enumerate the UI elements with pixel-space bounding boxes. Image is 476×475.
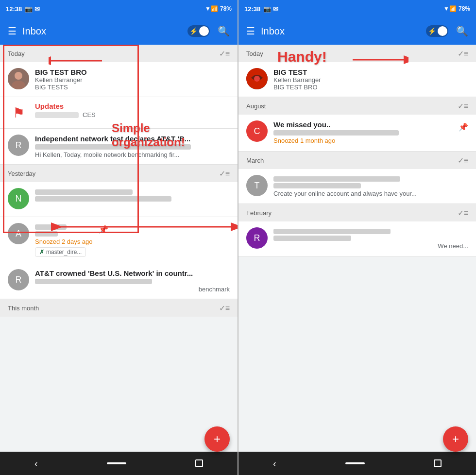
blur-march-2 — [273, 183, 361, 188]
home-button-left[interactable] — [107, 462, 126, 464]
search-icon-right[interactable]: 🔍 — [456, 25, 468, 37]
select-all-icon-march[interactable]: ✓≡ — [458, 156, 468, 165]
avatar-big-test-bro — [8, 68, 29, 89]
back-button-right[interactable]: ‹ — [273, 458, 276, 469]
signal-icon-right: ▼📶 — [443, 5, 457, 12]
arrow-handy — [350, 52, 408, 67]
section-february: February ✓≡ — [238, 204, 476, 221]
email-sender-y3: AT&T crowned 'Best U.S. Network' in coun… — [35, 269, 230, 277]
email-independent[interactable]: R Independent network test declares AT&T… — [0, 129, 238, 165]
select-all-icon-this-month[interactable]: ✓≡ — [219, 304, 230, 313]
bottom-spacer-right — [238, 256, 476, 286]
signal-icon-left: ▼📶 — [205, 5, 218, 12]
email-content-yesterday-3: AT&T crowned 'Best U.S. Network' in coun… — [35, 269, 230, 293]
time-right: 12:38 — [244, 5, 260, 13]
email-sub-big-test: Kellen Barranger — [273, 76, 468, 84]
email-yesterday-2[interactable]: A Snoozed 2 days ago ✗ master_dire... 📌 — [0, 217, 238, 263]
email-content-feb-1: We need... — [273, 227, 468, 250]
svg-point-1 — [15, 72, 22, 80]
section-label-august: August — [246, 102, 266, 110]
email-big-test[interactable]: BIG TEST Kellen Barranger BIG TEST BRO — [238, 62, 476, 97]
section-label-yesterday: Yesterday — [8, 170, 35, 177]
notification-icons-right: 📷 ✉ — [263, 5, 278, 13]
email-sender-big-test-bro: BIG TEST BRO — [35, 68, 230, 76]
snooze-missed: Snoozed 1 month ago — [273, 137, 453, 144]
toggle-knob-right — [438, 26, 447, 36]
email-feb-1[interactable]: R We need... — [238, 221, 476, 256]
email-big-test-bro[interactable]: BIG TEST BRO Kellen Barranger BIG TESTS — [0, 62, 238, 97]
avatar-we-missed: C — [246, 120, 268, 142]
section-this-month-left: This month ✓≡ — [0, 299, 238, 317]
email-we-missed[interactable]: C We missed you.. Snoozed 1 month ago 📌 — [238, 115, 476, 152]
attachment-chip-y2[interactable]: ✗ master_dire... — [35, 247, 86, 257]
back-button-left[interactable]: ‹ — [34, 458, 38, 469]
toggle-left[interactable]: ⚡ — [187, 25, 210, 37]
email-preview-independent: Hi Kellen, Today, mobile network benchma… — [35, 151, 230, 158]
recents-button-left[interactable] — [195, 459, 203, 467]
snooze-text-y2: Snoozed 2 days ago — [35, 238, 93, 245]
email-yesterday-3[interactable]: R AT&T crowned 'Best U.S. Network' in co… — [0, 263, 238, 299]
fab-left[interactable]: + — [204, 426, 230, 452]
blur-feb-2 — [273, 236, 351, 241]
email-march-1[interactable]: T Create your online account and always … — [238, 169, 476, 204]
blur-y1-1 — [35, 189, 133, 195]
toggle-right[interactable]: ⚡ — [426, 25, 448, 37]
updates-blur-1 — [35, 112, 79, 118]
status-bar-left: 12:38 📷 ✉ ▼📶 78% — [0, 0, 238, 17]
select-all-icon-today-right[interactable]: ✓≡ — [458, 49, 468, 58]
menu-icon-left[interactable]: ☰ — [8, 25, 17, 37]
section-label-march: March — [246, 157, 264, 164]
section-march: March ✓≡ — [238, 152, 476, 169]
updates-ces: CES — [83, 111, 96, 119]
app-title-left: Inbox — [22, 26, 182, 37]
updates-flag-icon: ⚑ — [8, 102, 29, 123]
search-icon-left[interactable]: 🔍 — [218, 25, 230, 37]
battery-left: 78% — [220, 5, 232, 12]
email-preview-big-test: BIG TEST BRO — [273, 84, 468, 91]
toggle-knob-left — [199, 26, 209, 36]
lightning-icon-left: ⚡ — [189, 27, 198, 35]
select-all-icon-august[interactable]: ✓≡ — [458, 102, 468, 111]
blur-march-1 — [273, 176, 400, 182]
pin-icon-y2: 📌 — [99, 225, 108, 234]
fab-right[interactable]: + — [443, 426, 468, 452]
email-preview-big-test-bro: BIG TESTS — [35, 84, 230, 91]
select-all-icon-yesterday[interactable]: ✓≡ — [219, 169, 230, 178]
avatar-march-1: T — [246, 175, 268, 196]
recents-button-right[interactable] — [434, 459, 442, 467]
app-title-right: Inbox — [261, 26, 420, 37]
notification-icons-left: 📷 ✉ — [25, 5, 40, 13]
email-sender-big-test: BIG TEST — [273, 68, 468, 76]
email-content-march-1: Create your online account and always ha… — [273, 175, 468, 197]
select-all-icon-left[interactable]: ✓≡ — [219, 49, 230, 58]
section-yesterday-left: Yesterday ✓≡ — [0, 165, 238, 182]
email-content-yesterday-1 — [35, 188, 230, 203]
email-yesterday-1[interactable]: N — [0, 182, 238, 217]
select-all-icon-february[interactable]: ✓≡ — [458, 208, 468, 218]
updates-title: Updates — [35, 102, 230, 110]
menu-icon-right[interactable]: ☰ — [246, 25, 255, 37]
blur-missed-1 — [273, 130, 399, 136]
status-bar-right: 12:38 📷 ✉ ▼📶 78% — [238, 0, 476, 17]
app-bar-left: ☰ Inbox ⚡ 🔍 — [0, 17, 238, 45]
email-content-we-missed: We missed you.. Snoozed 1 month ago — [273, 120, 453, 145]
section-today-left: Today ✓≡ — [0, 45, 238, 62]
nav-bar-right: ‹ — [238, 452, 476, 475]
updates-content: Updates CES — [35, 102, 230, 119]
email-sender-we-missed: We missed you.. — [273, 120, 453, 129]
section-label-today-right: Today — [246, 50, 263, 57]
time-left: 12:38 — [6, 5, 22, 13]
email-preview-feb-1: We need... — [273, 242, 468, 250]
email-updates[interactable]: ⚑ Updates CES — [0, 97, 238, 129]
home-button-right[interactable] — [345, 462, 365, 464]
email-content-big-test-bro: BIG TEST BRO Kellen Barranger BIG TESTS — [35, 68, 230, 91]
avatar-feb-1: R — [246, 227, 268, 249]
email-list-right: Today ✓≡ BIG TEST Kellen Barranger BIG T… — [238, 45, 476, 452]
section-august: August ✓≡ — [238, 97, 476, 115]
blur-y2-1 — [35, 224, 67, 230]
email-sub-big-test-bro: Kellen Barranger — [35, 76, 230, 84]
nav-bar-left: ‹ — [0, 452, 238, 475]
section-label-february: February — [246, 209, 272, 217]
email-content-yesterday-2: Snoozed 2 days ago ✗ master_dire... — [35, 223, 93, 257]
lightning-icon-right: ⚡ — [428, 27, 436, 35]
